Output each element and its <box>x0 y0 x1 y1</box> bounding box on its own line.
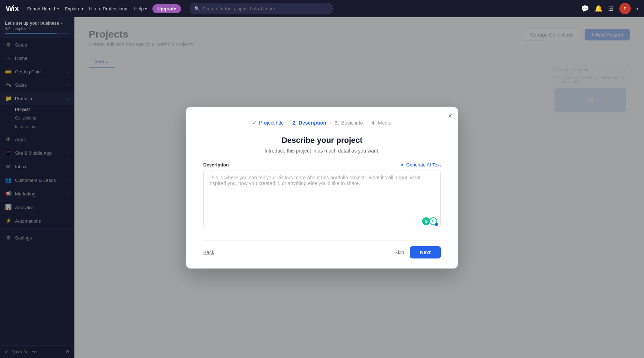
textarea-icons: G G <box>422 217 437 225</box>
modal-heading: Describe your project <box>203 136 441 145</box>
back-button[interactable]: Back <box>203 250 214 255</box>
avatar-chevron-icon: ▾ <box>636 7 638 11</box>
grammarly-icon: G <box>422 217 430 225</box>
sparkle-icon: ✦ <box>400 162 404 168</box>
step-description: 2. Description <box>292 120 326 126</box>
step-label: Media <box>378 120 391 126</box>
user-chevron-icon: ▾ <box>57 7 59 11</box>
explore-link[interactable]: Explore ▾ <box>65 6 83 11</box>
user-name: Fahad Hamid <box>27 6 55 11</box>
hire-professional-link[interactable]: Hire a Professional <box>89 6 128 11</box>
description-label-row: Description ✦ Generate AI Text <box>203 162 441 168</box>
description-field: Description ✦ Generate AI Text G G <box>203 162 441 229</box>
next-button[interactable]: Next <box>410 246 441 258</box>
step-arrow-icon: › <box>366 120 368 125</box>
stepper: ✓ Project title › 2. Description › 3. Ba… <box>203 120 441 126</box>
upgrade-button[interactable]: Upgrade <box>152 4 181 13</box>
generate-ai-button[interactable]: ✦ Generate AI Text <box>400 162 441 168</box>
step-number: 3. <box>335 120 339 126</box>
wix-logo: Wix <box>6 4 19 13</box>
step-label: Project title <box>259 120 284 126</box>
modal-subheading: Introduce this project in as much detail… <box>203 148 441 154</box>
step-basic-info: 3. Basic info <box>335 120 363 126</box>
top-navigation: Wix Fahad Hamid ▾ Explore ▾ Hire a Profe… <box>0 0 644 17</box>
step-project-title: ✓ Project title <box>253 120 284 126</box>
step-arrow-icon: › <box>287 120 289 125</box>
step-media: 4. Media <box>371 120 391 126</box>
step-number: 4. <box>371 120 376 126</box>
chat-icon[interactable]: 💬 <box>581 5 589 13</box>
search-icon: 🔍 <box>194 6 200 11</box>
grid-icon[interactable]: ⊞ <box>608 5 614 13</box>
check-icon: ✓ <box>253 120 257 126</box>
modal-footer: Back Skip Next <box>203 240 441 258</box>
user-menu[interactable]: Fahad Hamid ▾ <box>27 6 59 11</box>
notification-dot <box>435 223 438 226</box>
modal-close-button[interactable]: × <box>448 112 452 119</box>
step-number: 2. <box>292 120 297 126</box>
help-link[interactable]: Help ▾ <box>134 6 147 11</box>
footer-right-actions: Skip Next <box>394 246 441 258</box>
description-label: Description <box>203 162 229 168</box>
modal-dialog: × ✓ Project title › 2. Description › 3. … <box>186 107 458 268</box>
modal-overlay: × ✓ Project title › 2. Description › 3. … <box>0 17 644 358</box>
skip-button[interactable]: Skip <box>394 250 404 255</box>
step-arrow-icon: › <box>330 120 331 125</box>
description-textarea-wrapper: G G <box>203 170 441 229</box>
notifications-icon[interactable]: 🔔 <box>595 5 602 13</box>
description-textarea[interactable] <box>203 170 441 227</box>
avatar[interactable]: F <box>619 3 631 14</box>
step-label: Description <box>299 120 326 126</box>
search-bar[interactable]: 🔍 <box>190 3 333 14</box>
search-input[interactable] <box>202 6 328 11</box>
topnav-right-actions: 💬 🔔 ⊞ F ▾ <box>581 3 638 14</box>
step-label: Basic info <box>341 120 363 126</box>
